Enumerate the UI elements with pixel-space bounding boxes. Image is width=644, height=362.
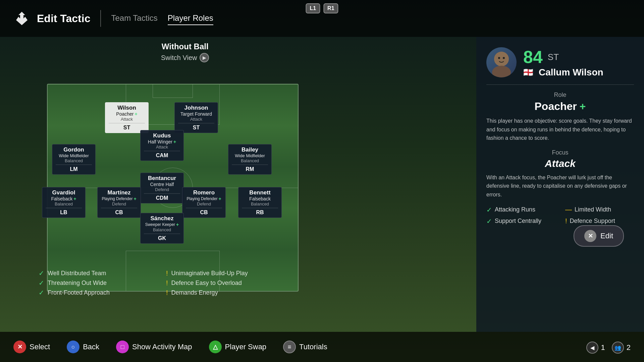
player-focus-bentancur: Defend (144, 187, 180, 192)
nav-tabs: Team Tactics Player Roles (111, 12, 213, 25)
player-focus-johnson: Attack (178, 117, 214, 122)
stat-4-icon: ! (166, 279, 168, 287)
stat-6-label: Demands Energy (171, 289, 218, 296)
svg-marker-0 (16, 12, 28, 25)
player-focus-kudus: Attack (144, 144, 180, 149)
tab-team-tactics[interactable]: Team Tactics (111, 12, 157, 25)
player-name-martinez: Martínez (101, 189, 137, 196)
header-divider (100, 10, 101, 27)
action-player-swap[interactable]: △ Player Swap (209, 341, 267, 353)
attr-support-centrally: ✓ Support Centrally (486, 217, 555, 225)
focus-section: Focus Attack With an Attack focus, the P… (486, 149, 634, 199)
player-role-johnson: Target Forward (178, 111, 214, 117)
edit-button[interactable]: ✕ Edit (574, 225, 624, 247)
sq-icon: □ (116, 341, 129, 353)
attr-label-1: Attacking Runs (495, 206, 535, 213)
action-tutorials[interactable]: ≡ Tutorials (283, 341, 327, 353)
stat-3-label: Threatening Out Wide (48, 280, 107, 287)
player-name-bailey: Bailey (232, 146, 268, 153)
page-number-1: 1 (601, 343, 605, 352)
player-focus-romero: Defend (186, 201, 222, 206)
player-name-bennett: Bennett (242, 189, 278, 196)
player-card-sanchez[interactable]: Sánchez Sweeper Keeper+ Balanced GK (140, 213, 184, 244)
player-position-badge: ST (548, 52, 559, 62)
page-indicator-1: ◀ 1 (586, 342, 605, 354)
player-pos-bailey: RM (232, 165, 268, 172)
stat-1: ✓ Well Distributed Team (39, 269, 153, 277)
player-name-romero: Romero (186, 189, 222, 196)
edit-label: Edit (600, 232, 613, 240)
switch-view-btn[interactable]: ▶ (200, 53, 209, 62)
role-name: Poacher + (486, 100, 634, 113)
x-icon: ✕ (13, 341, 26, 353)
player-rating: 84 (523, 47, 543, 67)
player-rating-row: 84 ST (523, 47, 634, 67)
attr-check-icon-2: ✓ (486, 217, 492, 225)
action-back[interactable]: ○ Back (67, 341, 99, 353)
main-content: Without Ball Switch View ▶ Wilson Poache… (0, 37, 644, 332)
o-icon: ○ (67, 341, 79, 353)
action-select[interactable]: ✕ Select (13, 341, 50, 353)
player-pos-martinez: CB (101, 208, 137, 216)
role-description: This player has one objective: score goa… (486, 117, 634, 142)
switch-view[interactable]: Switch View ▶ (161, 53, 209, 62)
stat-1-icon: ✓ (39, 269, 44, 277)
stat-5-icon: ✓ (39, 289, 44, 297)
attr-label-3: Support Centrally (495, 218, 541, 225)
player-avatar (486, 47, 517, 77)
r1-button[interactable]: R1 (323, 3, 338, 13)
stat-1-label: Well Distributed Team (48, 270, 106, 277)
page-number-2: 2 (627, 343, 631, 352)
attr-dash-icon-1: — (565, 206, 572, 214)
player-role-romero: Playing Defender+ (186, 196, 222, 201)
player-card-johnson[interactable]: Johnson Target Forward Attack ST (174, 102, 218, 133)
player-focus-gordon: Balanced (56, 158, 92, 163)
action-show-activity-map[interactable]: □ Show Activity Map (116, 341, 192, 353)
player-focus-bailey: Balanced (232, 158, 268, 163)
bottom-stats: ✓ Well Distributed Team ! Unimaginative … (34, 264, 285, 302)
tab-player-roles[interactable]: Player Roles (168, 12, 213, 25)
bottom-bar: ✕ Select ○ Back □ Show Activity Map △ Pl… (0, 332, 644, 362)
player-focus-sanchez: Balanced (144, 227, 180, 232)
player-pos-bennett: RB (242, 208, 278, 216)
player-card-gordon[interactable]: Gordon Wide Midfielder Balanced LM (52, 144, 96, 175)
role-section: Role Poacher + This player has one objec… (486, 92, 634, 142)
page-indicators: ◀ 1 👥 2 (586, 342, 631, 354)
player-role-gvardiol: Falseback+ (46, 196, 82, 201)
stat-4-label: Defence Easy to Overload (171, 280, 242, 287)
action-select-label: Select (30, 343, 50, 351)
player-pos-sanchez: GK (144, 234, 180, 241)
stat-3-icon: ✓ (39, 279, 44, 287)
player-name-johnson: Johnson (178, 105, 214, 111)
logo-icon (13, 10, 30, 27)
role-plus-icon: + (580, 100, 586, 113)
player-pos-gordon: LM (56, 165, 92, 172)
stat-2-label: Unimaginative Build-Up Play (171, 270, 248, 277)
attr-limited-width: — Limited Width (565, 206, 634, 214)
pitch-goal-top (153, 84, 193, 98)
player-card-kudus[interactable]: Kudus Half Winger+ Attack CAM (140, 130, 184, 161)
player-card-bailey[interactable]: Bailey Wide Midfielder Balanced RM (228, 144, 272, 175)
field-title: Without Ball (161, 42, 209, 51)
player-name-wilson: Wilson (109, 105, 145, 111)
svg-point-1 (494, 52, 509, 66)
attributes-grid: ✓ Attacking Runs — Limited Width ✓ Suppo… (486, 206, 634, 225)
player-card-wilson[interactable]: Wilson Poacher+ Attack ST (105, 102, 149, 133)
player-pos-johnson: ST (178, 123, 214, 131)
player-card-bennett[interactable]: Bennett Falseback Balanced RB (238, 187, 282, 218)
player-pos-bentancur: CDM (144, 193, 180, 201)
player-card-bentancur[interactable]: Bentancur Centre Half Defend CDM (140, 173, 184, 203)
player-role-bailey: Wide Midfielder (232, 153, 268, 158)
l1-button[interactable]: L1 (306, 3, 320, 13)
player-card-martinez[interactable]: Martínez Playing Defender+ Defend CB (97, 187, 141, 218)
player-focus-wilson: Attack (109, 117, 145, 122)
player-card-romero[interactable]: Romero Playing Defender+ Defend CB (182, 187, 226, 218)
player-role-bennett: Falseback (242, 196, 278, 201)
player-card-gvardiol[interactable]: Gvardiol Falseback+ Balanced LB (42, 187, 86, 218)
attr-defence-support: ! Defence Support (565, 217, 634, 225)
player-pos-wilson: ST (109, 123, 145, 131)
focus-description: With an Attack focus, the Poacher will l… (486, 173, 634, 199)
stat-3: ✓ Threatening Out Wide (39, 279, 153, 287)
page-nav-left[interactable]: ◀ (586, 342, 598, 354)
player-pos-romero: CB (186, 208, 222, 216)
